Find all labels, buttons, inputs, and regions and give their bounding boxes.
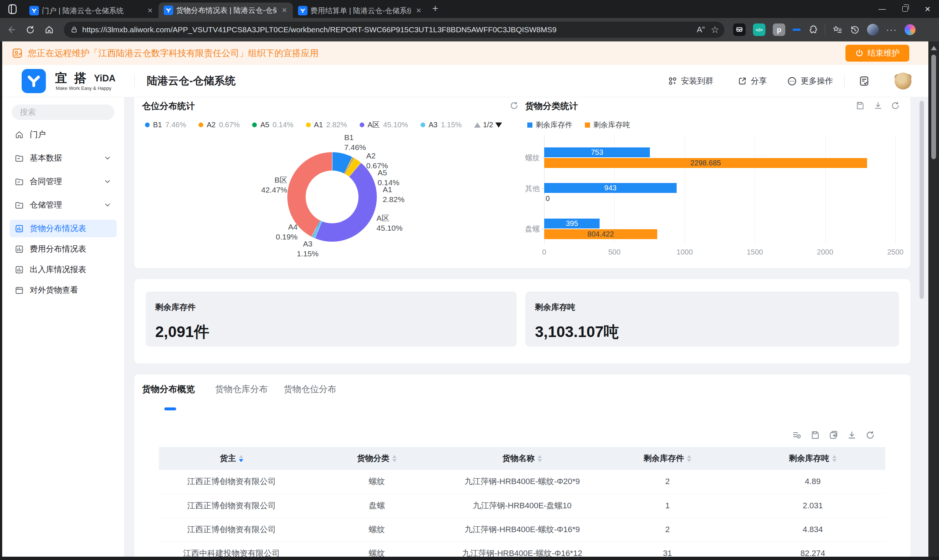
window-left-border bbox=[0, 42, 2, 560]
extension-glasses-icon[interactable] bbox=[733, 23, 746, 36]
column-header-category[interactable]: 货物分类 bbox=[304, 447, 450, 470]
user-avatar[interactable] bbox=[894, 72, 911, 89]
chevron-down-icon[interactable] bbox=[103, 177, 111, 186]
home-icon[interactable] bbox=[41, 22, 57, 38]
y-axis-category: 其他 bbox=[503, 184, 540, 194]
table-row[interactable]: 江西正博创物资有限公司螺纹九江萍钢-HRB400E-螺纹-Φ16*924.834 bbox=[159, 517, 885, 541]
tab-cargo-location[interactable]: 货物仓位分布 bbox=[284, 383, 336, 395]
sort-icon bbox=[832, 455, 837, 462]
window-close-button[interactable]: ✕ bbox=[916, 0, 939, 18]
back-icon[interactable] bbox=[3, 22, 19, 38]
more-actions-button[interactable]: 更多操作 bbox=[787, 65, 833, 97]
table-icon bbox=[15, 286, 24, 295]
legend-pager[interactable]: 1/2 bbox=[474, 121, 502, 129]
tab-title: 门户 | 陆港云仓-仓储系统 bbox=[42, 6, 142, 16]
legend-item[interactable]: A12.82% bbox=[306, 121, 347, 129]
add-card-icon[interactable] bbox=[828, 430, 839, 440]
page-scrollbar-thumb[interactable] bbox=[919, 101, 924, 299]
browser-profile-avatar[interactable] bbox=[867, 24, 879, 35]
bar-download-icon[interactable] bbox=[873, 101, 883, 111]
sidebar-item-basic-data[interactable]: 基本数据 bbox=[9, 149, 117, 167]
legend-item[interactable]: A区45.10% bbox=[359, 120, 408, 130]
bar-save-icon[interactable] bbox=[855, 101, 865, 111]
history-icon[interactable] bbox=[850, 25, 860, 35]
legend-item[interactable]: 剩余库存吨 bbox=[585, 120, 630, 130]
x-axis-tick: 1500 bbox=[738, 248, 771, 256]
read-aloud-icon[interactable]: A” bbox=[697, 25, 705, 34]
install-to-group-button[interactable]: 安装到群 bbox=[668, 65, 713, 97]
window-minimize-button[interactable]: — bbox=[871, 0, 893, 18]
search-input[interactable] bbox=[20, 108, 125, 117]
browser-tab-portal[interactable]: 门户 | 陆港云仓-仓储系统 ✕ bbox=[24, 3, 159, 18]
refresh-icon[interactable] bbox=[865, 430, 875, 440]
y-axis-category: 螺纹 bbox=[503, 153, 540, 163]
sidebar-item-fee-distribution-report[interactable]: 费用分布情况表 bbox=[9, 240, 117, 258]
browser-tab-billing[interactable]: 费用结算单 | 陆港云仓-仓储系统 ✕ bbox=[293, 3, 427, 18]
sidebar-item-contracts[interactable]: 合同管理 bbox=[9, 173, 117, 190]
copilot-icon[interactable] bbox=[905, 24, 916, 35]
legend-page-down-icon bbox=[495, 123, 502, 128]
scroll-up-arrow-icon[interactable] bbox=[931, 46, 937, 50]
folder-icon bbox=[15, 201, 24, 210]
chevron-down-icon[interactable] bbox=[103, 201, 111, 209]
yida-logo-en: YiDA bbox=[94, 73, 116, 84]
sidebar-item-portal[interactable]: 门户 bbox=[9, 126, 117, 143]
new-tab-button[interactable]: + bbox=[432, 3, 438, 14]
sidebar-item-inout-report[interactable]: 出入库情况报表 bbox=[9, 261, 117, 278]
todo-clipboard-icon[interactable] bbox=[859, 65, 870, 97]
favorite-star-icon[interactable]: ☆ bbox=[711, 24, 719, 35]
extension-p-icon[interactable]: p bbox=[773, 23, 785, 36]
x-axis-tick: 1000 bbox=[668, 248, 701, 256]
tab-close-icon[interactable]: ✕ bbox=[145, 6, 155, 15]
column-header-name[interactable]: 货物名称 bbox=[450, 447, 595, 470]
browser-scrollbar[interactable] bbox=[928, 42, 939, 557]
extension-code-icon[interactable]: </> bbox=[753, 23, 765, 36]
legend-item[interactable]: B17.46% bbox=[145, 121, 186, 129]
tab-cargo-warehouse[interactable]: 货物仓库分布 bbox=[215, 383, 268, 395]
share-button[interactable]: 分享 bbox=[737, 65, 767, 97]
browser-more-icon[interactable]: ··· bbox=[886, 25, 897, 35]
bar-refresh-icon[interactable] bbox=[891, 101, 900, 111]
sidebar-item-external-cargo-view[interactable]: 对外货物查看 bbox=[9, 281, 117, 299]
donut-slice-label: A12.82% bbox=[383, 185, 436, 204]
tab-cargo-overview[interactable]: 货物分布概览 bbox=[142, 383, 195, 395]
download-icon[interactable] bbox=[847, 430, 857, 440]
x-axis-tick: 500 bbox=[598, 248, 631, 256]
tab-close-icon[interactable]: ✕ bbox=[414, 6, 424, 15]
legend-item[interactable]: A31.15% bbox=[421, 121, 462, 129]
column-settings-icon[interactable] bbox=[792, 430, 802, 440]
column-header-owner[interactable]: 货主 bbox=[159, 447, 304, 470]
column-header-tons[interactable]: 剩余库存吨 bbox=[740, 447, 885, 470]
tab-close-icon[interactable]: ✕ bbox=[280, 6, 289, 15]
sidebar-item-warehouse-mgmt[interactable]: 仓储管理 bbox=[9, 196, 117, 214]
refresh-icon[interactable] bbox=[22, 22, 38, 38]
end-maintenance-button[interactable]: 结束维护 bbox=[845, 45, 909, 62]
extension-dash-icon[interactable] bbox=[793, 29, 801, 31]
legend-item[interactable]: A50.14% bbox=[252, 121, 293, 129]
yida-logo-tagline: Make Work Easy & Happy bbox=[56, 85, 111, 91]
legend-item[interactable]: A20.67% bbox=[199, 121, 240, 129]
window-restore-button[interactable] bbox=[893, 0, 916, 18]
x-axis-tick: 0 bbox=[528, 248, 561, 256]
favorites-bar-icon[interactable] bbox=[833, 25, 842, 35]
url-bar[interactable]: https://i3lmxb.aliwork.com/APP_VSUTV41PC… bbox=[64, 22, 724, 38]
y-axis-category: 盘螺 bbox=[503, 224, 540, 234]
table-row[interactable]: 江西正博创物资有限公司螺纹九江萍钢-HRB400E-螺纹-Φ20*924.89 bbox=[159, 470, 885, 494]
browser-scrollbar-thumb[interactable] bbox=[931, 55, 936, 159]
pie-legend: B17.46%A20.67%A50.14%A12.82%A区45.10%A31.… bbox=[145, 120, 508, 130]
sidebar-item-cargo-distribution-report[interactable]: 货物分布情况表 bbox=[9, 220, 117, 237]
chevron-down-icon[interactable] bbox=[103, 154, 111, 162]
table-card: 货主 货物分类 货物名称 剩余库存件 剩余库存吨 江西正博创物资有限公司螺纹九江… bbox=[146, 418, 899, 560]
sidebar-search[interactable] bbox=[12, 105, 114, 120]
pie-refresh-icon[interactable] bbox=[509, 101, 519, 111]
extensions-puzzle-icon[interactable] bbox=[808, 25, 817, 34]
charts-panel: 仓位分布统计 B17.46%A20.67%A50.14%A12.82%A区45.… bbox=[134, 97, 910, 268]
yida-logo[interactable] bbox=[22, 69, 46, 93]
legend-item[interactable]: 剩余库存件 bbox=[527, 120, 572, 130]
tab-list-icon[interactable] bbox=[5, 2, 20, 16]
browser-tab-distribution[interactable]: 货物分布情况表 | 陆港云仓-仓储系统 ✕ bbox=[159, 3, 293, 18]
column-header-pieces[interactable]: 剩余库存件 bbox=[595, 447, 740, 470]
table-row[interactable]: 江西正博创物资有限公司盘螺九江萍钢-HRB400E-盘螺1012.031 bbox=[159, 494, 885, 517]
save-icon[interactable] bbox=[810, 430, 820, 440]
legend-page-up-icon bbox=[474, 123, 481, 128]
